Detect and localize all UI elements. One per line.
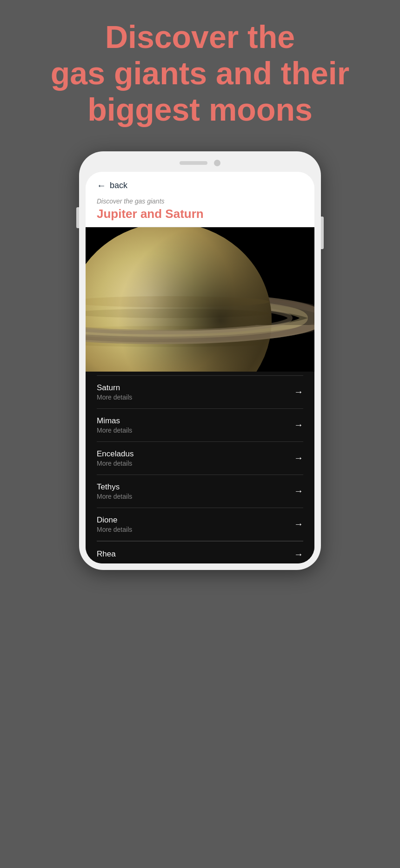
item-detail-dione: More details xyxy=(97,526,132,533)
back-label: back xyxy=(110,181,127,190)
app-title: Jupiter and Saturn xyxy=(97,207,303,221)
planet-list: Saturn More details → Mimas More details… xyxy=(86,375,314,563)
list-item[interactable]: Enceladus More details → xyxy=(97,442,303,475)
list-item[interactable]: Tethys More details → xyxy=(97,475,303,508)
arrow-icon-saturn: → xyxy=(294,387,303,397)
list-item-text-rhea: Rhea xyxy=(97,549,116,559)
item-name-mimas: Mimas xyxy=(97,416,132,426)
arrow-icon-mimas: → xyxy=(294,420,303,430)
list-item-text-saturn: Saturn More details xyxy=(97,383,132,401)
back-button[interactable]: ← back xyxy=(97,180,303,191)
item-detail-mimas: More details xyxy=(97,427,132,434)
dark-content: Saturn More details → Mimas More details… xyxy=(86,227,314,563)
item-name-rhea: Rhea xyxy=(97,549,116,559)
item-detail-tethys: More details xyxy=(97,493,132,500)
list-item-text-enceladus: Enceladus More details xyxy=(97,449,133,467)
phone-frame: ← back Discover the gas giants Jupiter a… xyxy=(79,151,321,570)
arrow-icon-rhea: → xyxy=(294,549,303,560)
saturn-image-area xyxy=(86,227,314,372)
item-name-dione: Dione xyxy=(97,515,132,525)
phone-screen: ← back Discover the gas giants Jupiter a… xyxy=(86,172,314,563)
item-detail-saturn: More details xyxy=(97,393,132,401)
phone-speaker xyxy=(180,161,207,165)
phone-camera xyxy=(214,160,220,166)
arrow-icon-enceladus: → xyxy=(294,453,303,463)
back-arrow-icon: ← xyxy=(97,180,106,191)
list-item[interactable]: Dione More details → xyxy=(97,508,303,541)
app-header: ← back Discover the gas giants Jupiter a… xyxy=(86,172,314,227)
list-item[interactable]: Mimas More details → xyxy=(97,409,303,442)
phone-top-bar xyxy=(86,160,314,166)
main-headline: Discover the gas giants and their bigges… xyxy=(51,19,349,128)
item-detail-enceladus: More details xyxy=(97,460,133,467)
arrow-icon-dione: → xyxy=(294,519,303,529)
list-item-partial-rhea[interactable]: Rhea → xyxy=(97,541,303,563)
item-name-saturn: Saturn xyxy=(97,383,132,393)
list-item-text-dione: Dione More details xyxy=(97,515,132,533)
list-item[interactable]: Saturn More details → xyxy=(97,375,303,409)
list-item-text-tethys: Tethys More details xyxy=(97,482,132,500)
item-name-tethys: Tethys xyxy=(97,482,132,492)
arrow-icon-tethys: → xyxy=(294,486,303,496)
app-subtitle: Discover the gas giants xyxy=(97,197,303,205)
list-item-text-mimas: Mimas More details xyxy=(97,416,132,434)
item-name-enceladus: Enceladus xyxy=(97,449,133,459)
